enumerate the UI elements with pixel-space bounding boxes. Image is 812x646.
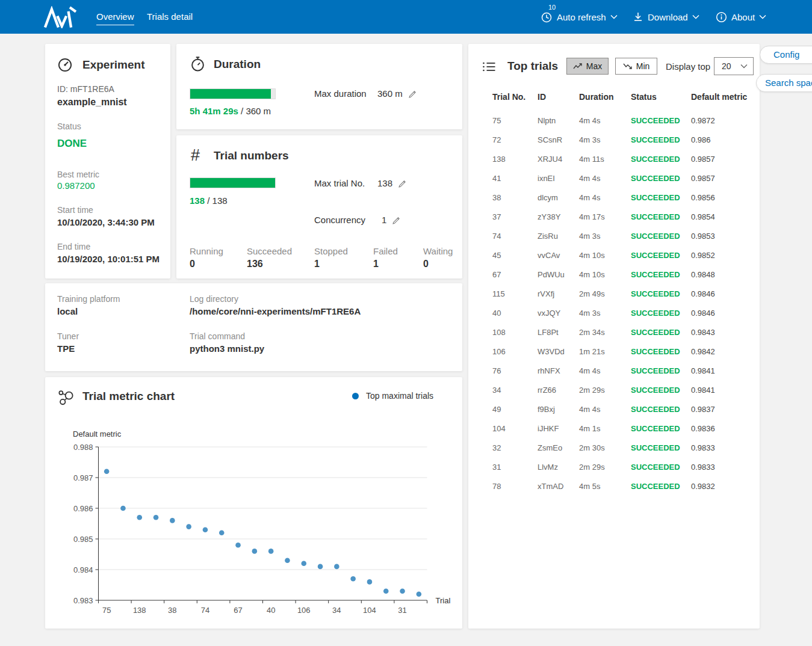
cell-no: 72	[492, 135, 538, 144]
cell-metric: 0.9846	[691, 289, 757, 298]
cell-duration: 1m 21s	[579, 347, 631, 356]
nav-tab-overview[interactable]: Overview	[96, 0, 134, 34]
table-row: 76rhNFX4m 4sSUCCEEDED0.9841	[468, 361, 760, 380]
auto-refresh-control[interactable]: 10 Auto refresh	[541, 0, 618, 34]
svg-text:0.983: 0.983	[73, 596, 93, 605]
svg-text:67: 67	[234, 606, 242, 615]
about-label: About	[731, 12, 755, 22]
min-button[interactable]: Min	[615, 58, 657, 75]
trial-status-stats: Running0 Succeeded136 Stopped1 Failed1 W…	[190, 246, 453, 269]
cell-duration: 4m 3s	[579, 135, 631, 144]
download-icon	[633, 11, 643, 22]
experiment-name: example_mnist	[57, 96, 127, 108]
cell-id: xTmAD	[538, 482, 579, 491]
cell-status: SUCCEEDED	[631, 193, 691, 202]
cell-id: dlcym	[538, 193, 579, 202]
tuner-label: Tuner	[57, 330, 79, 342]
cell-no: 115	[492, 289, 538, 298]
cell-status: SUCCEEDED	[631, 347, 691, 356]
download-menu[interactable]: Download	[633, 0, 699, 34]
cell-metric: 0.986	[691, 135, 757, 144]
cell-status: SUCCEEDED	[631, 482, 691, 491]
cell-id: rVXfj	[538, 289, 579, 298]
cell-status: SUCCEEDED	[631, 424, 691, 433]
max-trial-value-row: 138	[377, 177, 407, 189]
cell-metric: 0.9846	[691, 309, 757, 318]
cell-metric: 0.9853	[691, 232, 757, 241]
cell-no: 32	[492, 443, 538, 452]
cell-status: SUCCEEDED	[631, 289, 691, 298]
cell-id: rrZ66	[538, 386, 579, 395]
cell-id: ZisRu	[538, 232, 579, 241]
cell-id: XRJU4	[538, 155, 579, 164]
table-row: 106W3VDd1m 21sSUCCEEDED0.9842	[468, 342, 760, 361]
svg-text:38: 38	[168, 606, 176, 615]
svg-text:0.984: 0.984	[73, 565, 93, 574]
edit-concurrency-icon[interactable]	[392, 216, 401, 225]
cell-duration: 2m 30s	[579, 443, 631, 452]
cell-duration: 4m 11s	[579, 155, 631, 164]
config-button[interactable]: Config	[760, 46, 812, 64]
about-menu[interactable]: About	[716, 0, 766, 34]
svg-text:0.988: 0.988	[73, 443, 93, 452]
status-label: Status	[57, 120, 81, 132]
cell-metric: 0.9852	[691, 251, 757, 260]
svg-text:106: 106	[297, 606, 311, 615]
tuner-value: TPE	[57, 343, 75, 355]
search-space-button[interactable]: Search space	[756, 74, 812, 92]
table-row: 74ZisRu4m 3sSUCCEEDED0.9853	[468, 226, 760, 245]
cell-metric: 0.9843	[691, 328, 757, 337]
edit-max-trial-icon[interactable]	[398, 179, 407, 188]
stat-waiting: Waiting0	[423, 246, 453, 269]
cell-no: 67	[492, 270, 538, 279]
cell-duration: 2m 29s	[579, 463, 631, 472]
end-time-value: 10/19/2020, 10:01:51 PM	[57, 253, 160, 265]
experiment-title: Experiment	[82, 58, 144, 72]
trials-progress-fill	[190, 178, 275, 188]
table-row: 31LlvMz2m 29sSUCCEEDED0.9833	[468, 457, 760, 476]
max-button[interactable]: Max	[566, 58, 609, 75]
cell-status: SUCCEEDED	[631, 251, 691, 260]
cell-no: 38	[492, 193, 538, 202]
cell-duration: 4m 17s	[579, 212, 631, 221]
duration-title: Duration	[214, 58, 261, 71]
trend-down-icon	[623, 63, 633, 70]
table-row: 41ixnEI4m 4sSUCCEEDED0.9857	[468, 168, 760, 188]
cell-status: SUCCEEDED	[631, 443, 691, 452]
table-row: 67PdWUu4m 10sSUCCEEDED0.9848	[468, 265, 760, 284]
cell-metric: 0.9833	[691, 443, 757, 452]
trial-metric-scatter-chart: Default metric0.9880.9870.9860.9850.9840…	[45, 377, 462, 629]
table-row: 37zY38Y4m 17sSUCCEEDED0.9854	[468, 207, 760, 226]
cell-duration: 4m 5s	[579, 482, 631, 491]
display-top-dropdown[interactable]: 20	[714, 57, 754, 75]
cell-duration: 2m 49s	[579, 289, 631, 298]
max-duration-label: Max duration	[314, 88, 367, 100]
cell-no: 41	[492, 174, 538, 183]
platform-info-card: Training platform local Tuner TPE Log di…	[45, 283, 462, 371]
duration-progress-bar	[190, 88, 276, 99]
start-time-label: Start time	[57, 204, 93, 216]
cell-no: 78	[492, 482, 538, 491]
training-platform-label: Training platform	[57, 293, 120, 305]
edit-max-duration-icon[interactable]	[408, 90, 417, 99]
concurrency-label: Concurrency	[314, 214, 365, 226]
cell-duration: 4m 10s	[579, 270, 631, 279]
table-row: 72SCsnR4m 3sSUCCEEDED0.986	[468, 130, 760, 149]
table-row: 40vxJQY4m 3sSUCCEEDED0.9846	[468, 303, 760, 322]
cell-no: 49	[492, 405, 538, 414]
nav-tab-trials-detail[interactable]: Trials detail	[147, 0, 193, 34]
cell-duration: 4m 10s	[579, 251, 631, 260]
svg-text:138: 138	[133, 606, 146, 615]
trend-up-icon	[573, 63, 583, 70]
cell-no: 104	[492, 424, 538, 433]
max-trial-label: Max trial No.	[314, 177, 365, 189]
cell-id: ixnEI	[538, 174, 579, 183]
stat-failed: Failed1	[373, 246, 423, 269]
cell-status: SUCCEEDED	[631, 174, 691, 183]
trial-metric-chart-card: Trial metric chart Top maximal trials De…	[45, 377, 462, 629]
end-time-label: End time	[57, 241, 90, 253]
column-trial-no: Trial No.	[492, 92, 538, 102]
duration-card: Duration 5h 41m 29s / 360 m Max duration…	[176, 44, 462, 129]
cell-no: 34	[492, 386, 538, 395]
cell-id: f9Bxj	[538, 405, 579, 414]
